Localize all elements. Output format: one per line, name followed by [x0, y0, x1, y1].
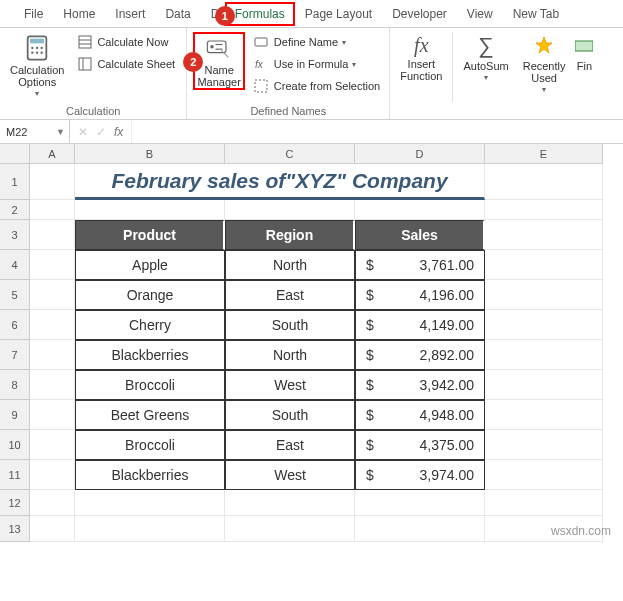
cell[interactable]	[225, 200, 355, 220]
table-cell-region[interactable]: South	[225, 310, 355, 340]
cell[interactable]	[30, 200, 75, 220]
cell[interactable]	[485, 340, 603, 370]
financial-button[interactable]: Fin	[575, 32, 593, 74]
cell[interactable]	[75, 200, 225, 220]
cell[interactable]	[485, 310, 603, 340]
calculation-options-button[interactable]: Calculation Options ▾	[6, 32, 68, 101]
cell[interactable]	[485, 400, 603, 430]
col-header[interactable]: A	[30, 144, 75, 164]
cell[interactable]	[485, 280, 603, 310]
table-cell-sales[interactable]: $4,149.00	[355, 310, 485, 340]
cell[interactable]	[485, 250, 603, 280]
table-cell-region[interactable]: West	[225, 460, 355, 490]
cell[interactable]	[30, 400, 75, 430]
cell[interactable]	[30, 220, 75, 250]
table-cell-product[interactable]: Blackberries	[75, 460, 225, 490]
name-box[interactable]: M22 ▼	[0, 120, 70, 143]
cell[interactable]	[485, 460, 603, 490]
define-name-button[interactable]: Define Name ▾	[251, 32, 383, 52]
table-header[interactable]: Region	[225, 220, 355, 250]
fx-icon[interactable]: fx	[114, 125, 123, 139]
cell[interactable]	[75, 490, 225, 516]
cell[interactable]	[30, 310, 75, 340]
table-cell-sales[interactable]: $4,948.00	[355, 400, 485, 430]
row-header[interactable]: 13	[0, 516, 30, 542]
use-in-formula-button[interactable]: fx Use in Formula ▾	[251, 54, 383, 74]
table-cell-sales[interactable]: $4,375.00	[355, 430, 485, 460]
cell[interactable]	[30, 430, 75, 460]
table-cell-product[interactable]: Orange	[75, 280, 225, 310]
row-header[interactable]: 12	[0, 490, 30, 516]
table-cell-region[interactable]: South	[225, 400, 355, 430]
tab-insert[interactable]: Insert	[105, 2, 155, 26]
col-header[interactable]: E	[485, 144, 603, 164]
cell[interactable]	[355, 490, 485, 516]
create-from-selection-button[interactable]: Create from Selection	[251, 76, 383, 96]
table-cell-region[interactable]: North	[225, 250, 355, 280]
tab-page-layout[interactable]: Page Layout	[295, 2, 382, 26]
row-header[interactable]: 6	[0, 310, 30, 340]
cell[interactable]	[30, 370, 75, 400]
table-cell-product[interactable]: Apple	[75, 250, 225, 280]
tab-developer[interactable]: Developer	[382, 2, 457, 26]
cell[interactable]	[485, 370, 603, 400]
insert-function-button[interactable]: fx Insert Function	[396, 32, 446, 84]
tab-home[interactable]: Home	[53, 2, 105, 26]
table-cell-product[interactable]: Broccoli	[75, 370, 225, 400]
table-cell-region[interactable]: West	[225, 370, 355, 400]
cell[interactable]	[485, 220, 603, 250]
row-header[interactable]: 9	[0, 400, 30, 430]
table-cell-region[interactable]: North	[225, 340, 355, 370]
cell[interactable]	[30, 164, 75, 200]
tab-formulas[interactable]: 1 Formulas	[225, 2, 295, 26]
table-header[interactable]: Product	[75, 220, 225, 250]
row-header[interactable]: 11	[0, 460, 30, 490]
row-header[interactable]: 8	[0, 370, 30, 400]
row-header[interactable]: 2	[0, 200, 30, 220]
table-cell-region[interactable]: East	[225, 280, 355, 310]
cell[interactable]	[225, 490, 355, 516]
row-header[interactable]: 3	[0, 220, 30, 250]
col-header[interactable]: C	[225, 144, 355, 164]
cell[interactable]	[30, 280, 75, 310]
table-cell-sales[interactable]: $3,761.00	[355, 250, 485, 280]
cell[interactable]	[485, 430, 603, 460]
autosum-button[interactable]: ∑ AutoSum ▾	[459, 32, 512, 85]
cell[interactable]	[75, 516, 225, 542]
tab-data[interactable]: Data	[155, 2, 200, 26]
table-cell-sales[interactable]: $3,974.00	[355, 460, 485, 490]
row-header[interactable]: 4	[0, 250, 30, 280]
cell[interactable]	[30, 250, 75, 280]
table-cell-sales[interactable]: $2,892.00	[355, 340, 485, 370]
cell[interactable]	[30, 340, 75, 370]
cell[interactable]	[485, 490, 603, 516]
tab-new-tab[interactable]: New Tab	[503, 2, 569, 26]
cell[interactable]	[30, 460, 75, 490]
cell[interactable]	[30, 516, 75, 542]
formula-input[interactable]	[131, 120, 623, 143]
name-manager-button[interactable]: 2 Name Manager	[193, 32, 244, 90]
col-header[interactable]: B	[75, 144, 225, 164]
table-cell-sales[interactable]: $4,196.00	[355, 280, 485, 310]
title-cell[interactable]: February sales of"XYZ" Company	[75, 164, 485, 200]
cell[interactable]	[30, 490, 75, 516]
table-cell-product[interactable]: Blackberries	[75, 340, 225, 370]
table-cell-product[interactable]: Beet Greens	[75, 400, 225, 430]
table-cell-sales[interactable]: $3,942.00	[355, 370, 485, 400]
row-header[interactable]: 5	[0, 280, 30, 310]
cancel-icon[interactable]: ✕	[78, 125, 88, 139]
cell[interactable]	[355, 200, 485, 220]
calculate-sheet-button[interactable]: Calculate Sheet	[74, 54, 180, 74]
row-header[interactable]: 1	[0, 164, 30, 200]
table-cell-product[interactable]: Broccoli	[75, 430, 225, 460]
cell[interactable]	[485, 200, 603, 220]
cell[interactable]	[485, 164, 603, 200]
calculate-now-button[interactable]: Calculate Now	[74, 32, 180, 52]
enter-icon[interactable]: ✓	[96, 125, 106, 139]
tab-file[interactable]: File	[14, 2, 53, 26]
select-all-corner[interactable]	[0, 144, 30, 164]
row-header[interactable]: 7	[0, 340, 30, 370]
tab-view[interactable]: View	[457, 2, 503, 26]
cell[interactable]	[225, 516, 355, 542]
cell[interactable]	[355, 516, 485, 542]
